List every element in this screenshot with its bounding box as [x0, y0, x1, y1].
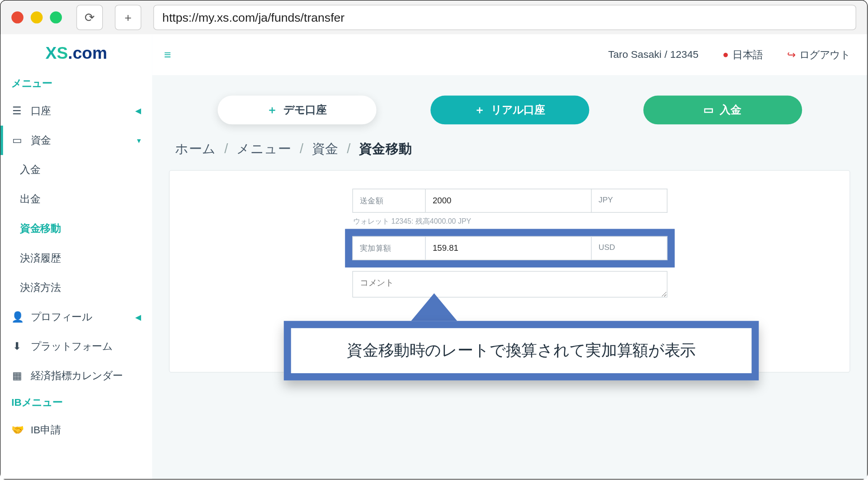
- breadcrumb: ホーム / メニュー / 資金 / 資金移動: [152, 140, 867, 170]
- actual-amount-value: 159.81: [425, 236, 591, 260]
- deposit-button[interactable]: ▭ 入金: [643, 95, 802, 124]
- sidebar-item-label: プラットフォーム: [31, 339, 113, 353]
- sidebar-sub-history[interactable]: 決済履歴: [0, 244, 152, 273]
- demo-account-button[interactable]: ＋ デモ口座: [217, 95, 376, 124]
- callout-text: 資金移動時のレートで換算されて実加算額が表示: [284, 321, 759, 380]
- sidebar-item-label: プロフィール: [31, 310, 92, 324]
- crumb-current: 資金移動: [359, 141, 412, 156]
- sidebar-item-profile[interactable]: 👤 プロフィール ◀: [0, 302, 152, 332]
- sidebar-item-label: 経済指標カレンダー: [31, 369, 123, 383]
- sidebar-sub-transfer[interactable]: 資金移動: [0, 214, 152, 243]
- sidebar-sub-withdraw[interactable]: 出金: [0, 184, 152, 214]
- sidebar-item-calendar[interactable]: ▦ 経済指標カレンダー: [0, 361, 152, 390]
- sidebar-sub-deposit[interactable]: 入金: [0, 155, 152, 184]
- logout-icon: ↪: [787, 48, 796, 61]
- sidebar-item-label: 資金: [31, 133, 51, 147]
- chevron-left-icon: ◀: [135, 313, 141, 322]
- actual-amount-highlight: 実加算額 159.81 USD: [345, 229, 675, 267]
- ib-menu-heading: IBメニュー: [0, 391, 152, 416]
- pill-label: 入金: [720, 103, 741, 117]
- sidebar-item-account[interactable]: ☰ 口座 ◀: [0, 96, 152, 126]
- crumb-home[interactable]: ホーム: [175, 141, 216, 156]
- sidebar-item-funds[interactable]: ▭ 資金 ▾: [0, 126, 152, 155]
- crumb-menu[interactable]: メニュー: [236, 141, 291, 156]
- card-icon: ▭: [703, 103, 714, 117]
- annotation-callout: 資金移動時のレートで換算されて実加算額が表示: [284, 293, 759, 380]
- menu-heading: メニュー: [0, 71, 152, 96]
- plus-icon: ＋: [474, 103, 485, 117]
- calendar-icon: ▦: [11, 370, 22, 382]
- user-icon: 👤: [11, 311, 22, 324]
- pill-label: リアル口座: [491, 103, 545, 117]
- download-icon: ⬇: [11, 340, 22, 353]
- sidebar-sub-methods[interactable]: 決済方法: [0, 273, 152, 302]
- list-icon: ☰: [11, 104, 22, 117]
- wallet-icon: ▭: [11, 134, 22, 147]
- sidebar-item-label: IB申請: [31, 423, 61, 437]
- send-amount-row: 送金額 2000 JPY: [352, 189, 667, 213]
- handshake-icon: 🤝: [11, 424, 22, 436]
- sidebar-item-ib-apply[interactable]: 🤝 IB申請: [0, 415, 152, 445]
- actual-amount-label: 実加算額: [352, 236, 425, 260]
- wallet-balance-hint: ウォレット 12345: 残高4000.00 JPY: [352, 216, 667, 227]
- real-account-button[interactable]: ＋ リアル口座: [430, 95, 589, 124]
- pill-label: デモ口座: [283, 103, 327, 117]
- logo[interactable]: XS.com: [0, 40, 152, 71]
- chevron-down-icon: ▾: [137, 136, 141, 145]
- callout-arrow-icon: [410, 293, 458, 322]
- hamburger-icon[interactable]: ≡: [164, 48, 171, 62]
- flag-japan-icon: ●: [722, 49, 729, 61]
- crumb-funds[interactable]: 資金: [312, 141, 339, 156]
- logout-button[interactable]: ログアウト: [799, 48, 850, 62]
- new-tab-button[interactable]: +: [115, 5, 142, 30]
- topbar: ≡ Taro Sasaki / 12345 ● 日本語 ↪ ログアウト: [152, 34, 867, 75]
- user-label[interactable]: Taro Sasaki / 12345: [608, 49, 698, 61]
- reload-button[interactable]: ⟳: [76, 5, 103, 30]
- actual-currency: USD: [591, 236, 667, 260]
- actual-amount-row: 実加算額 159.81 USD: [352, 236, 667, 260]
- send-amount-label: 送金額: [352, 189, 425, 213]
- browser-chrome: ⟳ + https://my.xs.com/ja/funds/transfer: [0, 0, 867, 34]
- chevron-left-icon: ◀: [135, 106, 141, 115]
- close-window-icon[interactable]: [11, 11, 24, 23]
- language-selector[interactable]: 日本語: [732, 48, 763, 62]
- traffic-lights: [11, 11, 62, 23]
- send-amount-input[interactable]: 2000: [425, 189, 591, 213]
- logo-x: X: [46, 44, 57, 62]
- send-currency: JPY: [591, 189, 667, 213]
- plus-icon: ＋: [267, 103, 278, 117]
- sidebar: XS.com メニュー ☰ 口座 ◀ ▭ 資金 ▾ 入金 出金 資金移動 決済履…: [0, 34, 152, 479]
- minimize-window-icon[interactable]: [31, 11, 43, 23]
- action-pills: ＋ デモ口座 ＋ リアル口座 ▭ 入金: [152, 75, 867, 140]
- logo-s: S: [57, 44, 68, 62]
- sidebar-item-label: 口座: [31, 104, 51, 118]
- logo-dotcom: .com: [68, 44, 107, 62]
- maximize-window-icon[interactable]: [50, 11, 62, 23]
- sidebar-item-platform[interactable]: ⬇ プラットフォーム: [0, 332, 152, 361]
- transfer-form-card: 送金額 2000 JPY ウォレット 12345: 残高4000.00 JPY …: [169, 170, 850, 372]
- url-bar[interactable]: https://my.xs.com/ja/funds/transfer: [153, 5, 856, 30]
